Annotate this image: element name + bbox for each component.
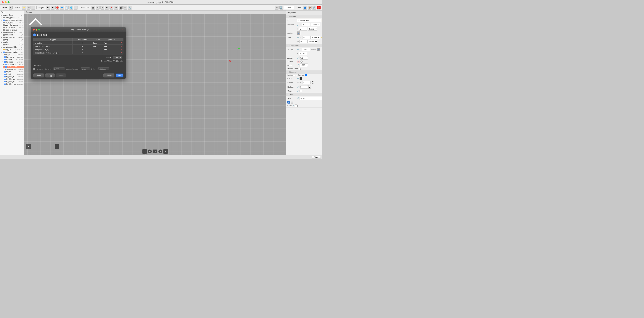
add-row-button[interactable]: + <box>122 56 124 59</box>
logic-row-2[interactable]: Mouse Over Parent = true And ✕ <box>34 45 124 48</box>
anchor-grid[interactable] <box>297 32 300 35</box>
basic-tool-2[interactable]: ▭ <box>26 6 30 10</box>
position-x-input[interactable] <box>302 23 310 26</box>
adv-tool-8[interactable]: — <box>123 6 127 10</box>
tree-item-image-hs[interactable]: image_hs_popup_fullscreen ◆0,–40 <box>0 24 24 26</box>
paste-button[interactable]: Paste <box>56 74 66 78</box>
tree-item-ht-image-container[interactable]: ▼ ht_image_container ◆0,–8 <box>2 66 24 68</box>
close-button[interactable] <box>2 1 4 3</box>
tree-item-info[interactable]: ▶ info ↗16,72 <box>0 41 24 44</box>
fit-button[interactable]: ⊕ <box>153 149 158 153</box>
center-anchor-grid[interactable] <box>317 48 320 51</box>
nav-left-button[interactable]: « <box>26 144 31 149</box>
canvas-scroll-down[interactable]: ↓ <box>54 144 59 149</box>
zoom-level[interactable]: 100% <box>284 6 294 9</box>
border-down-button[interactable]: ▼ <box>311 83 314 84</box>
tree-item-ht-node-google[interactable]: ht_node_google ↘100,220 <box>1 56 24 58</box>
undo-button[interactable]: ↩ <box>275 6 279 10</box>
delete-row-1[interactable]: ✕ <box>119 41 124 45</box>
background-enabled-checkbox[interactable] <box>305 74 307 76</box>
basic-tool-1[interactable]: 📁 <box>22 6 26 10</box>
delete-row-3[interactable]: ✕ <box>119 48 124 51</box>
images-tool-3[interactable]: 🔴 <box>56 6 59 10</box>
adv-tool-2[interactable]: ⊞ <box>96 6 100 10</box>
transition-easing-input[interactable] <box>81 68 90 70</box>
border-color-picker[interactable] <box>300 90 302 92</box>
images-tool-4[interactable]: 🔷 <box>60 6 64 10</box>
pixels-select-x[interactable]: Pixels <box>311 23 320 26</box>
images-tool-5[interactable]: 📄 <box>64 6 68 10</box>
images-tool-6[interactable]: 🌐 <box>69 6 73 10</box>
tree-item-container-controls[interactable]: ▼ container_controls ↘0,0 <box>0 51 24 53</box>
adv-tool-1[interactable]: ▦ <box>91 6 95 10</box>
adv-tool-9[interactable]: 🔧 <box>128 6 132 10</box>
tree-item-ht-node[interactable]: ht_node ↘1023,197 <box>1 58 24 61</box>
radius-down-button[interactable]: ▼ <box>308 87 311 89</box>
adv-tool-3[interactable]: ⊕ <box>100 6 104 10</box>
basic-tool-3[interactable]: T <box>31 6 35 10</box>
visible-checkbox[interactable] <box>300 61 302 63</box>
radius-stepper[interactable]: ▲ ▼ <box>308 85 311 89</box>
hand-cursor-checkbox[interactable] <box>299 68 301 70</box>
pixels-select-y[interactable]: Pixels <box>308 27 317 31</box>
nav-next-button[interactable]: » <box>163 149 168 154</box>
tree-item-pdf-hs[interactable]: pdf_hs_popup ◆0,–40 <box>0 26 24 29</box>
tree-item-image-hs-popup[interactable]: ▶ image_hs_popup ↑0,–330 <box>4 68 24 71</box>
position-section-title[interactable]: ▼ Position <box>286 15 322 18</box>
zoom-out-button[interactable]: − <box>148 149 152 153</box>
delete-button[interactable]: Delete <box>33 74 44 78</box>
tree-item-ht-video-youtube[interactable]: ht_video_youtube ↘514,186 <box>1 83 24 85</box>
tools-4[interactable]: 🔴 <box>317 6 321 10</box>
text-align-button[interactable]: ☰ <box>291 101 293 104</box>
adv-tool-4[interactable]: ✦ <box>105 6 109 10</box>
scale-y-input[interactable] <box>299 52 308 55</box>
tree-item-thumbs-full[interactable]: ▶ thumbnails_fullscreen ↗0,–18 <box>0 31 24 34</box>
radius-input[interactable] <box>300 85 308 89</box>
id-input[interactable] <box>297 19 321 22</box>
tools-1[interactable]: 👤 <box>303 6 307 10</box>
delete-row-2[interactable]: ✕ <box>119 45 124 48</box>
cancel-button[interactable]: Cancel <box>103 74 114 78</box>
statusbar-close-button[interactable]: Close <box>312 156 321 159</box>
text-input[interactable] <box>300 97 322 100</box>
tree-item-ht-video-file[interactable]: ht_video_file ↘734,186 <box>1 76 24 78</box>
images-tool-1[interactable]: 🖼 <box>46 6 50 10</box>
transition-delay-input[interactable] <box>98 68 109 70</box>
pixels-select-w[interactable]: Pixels <box>311 36 320 39</box>
zoom-in-button[interactable]: + <box>158 149 162 153</box>
border-stepper[interactable]: ▲ ▼ <box>311 81 314 84</box>
position-y-input[interactable] <box>299 27 308 31</box>
tree-item-ht-video-url[interactable]: ht_video_url ↘734,186 <box>1 78 24 80</box>
tree-item-ht-info[interactable]: ht_info ↘84,186 <box>1 71 24 73</box>
tree-item-share[interactable]: ▶ share ↗16,72 <box>0 44 24 46</box>
dialog-window-controls[interactable] <box>33 29 40 31</box>
select-tool[interactable]: ↖ <box>9 6 12 10</box>
tools-3[interactable]: 🔗 <box>312 6 316 10</box>
radius-up-button[interactable]: ▲ <box>308 85 311 87</box>
tree-item-video-hs[interactable]: video_hs_popup ◆0,–40 <box>0 29 24 31</box>
transition-duration-input[interactable] <box>53 68 65 70</box>
height-input[interactable] <box>299 40 308 43</box>
tools-2[interactable]: 📦 <box>308 6 312 10</box>
delete-row-4[interactable]: ✕ <box>119 51 124 55</box>
visible-logic-icon[interactable]: 🔗 <box>297 61 300 63</box>
dialog-minimize-button[interactable] <box>36 29 38 31</box>
width-input[interactable] <box>302 36 310 39</box>
images-tool-7[interactable]: ↗ <box>74 6 78 10</box>
adv-tool-5[interactable]: 📌 <box>110 6 114 10</box>
tree-item-sounds[interactable]: ▶ sounds_splashscreen ◆0,0 <box>0 19 24 21</box>
transition-enabled-checkbox[interactable] <box>33 68 36 70</box>
tree-item-map[interactable]: ▶ map ↗16,72 <box>0 39 24 41</box>
tree-item-map-pin[interactable]: map_pin ◆–272,–358 <box>0 48 24 51</box>
tree-item-ht-pdf[interactable]: ht_pdf ↘294,186 <box>1 73 24 76</box>
tree-item-thumbs[interactable]: ▶ thumbnails ↗16,72 <box>0 34 24 36</box>
tree-item-ht-image[interactable]: ▼ ht_image ↘404,186 <box>1 61 24 63</box>
text-format-button[interactable]: A <box>288 101 290 104</box>
dialog-maximize-button[interactable] <box>38 29 40 31</box>
tree-item-ht-image-container-close[interactable]: ▶ ht_image_container_close ◆0,–8 <box>2 63 24 66</box>
logic-row-4[interactable]: hotspot custom image url: $(... = ✕ <box>34 51 124 55</box>
images-tool-2[interactable]: ▶ <box>51 6 55 10</box>
window-controls[interactable] <box>2 1 10 3</box>
text-color-picker[interactable] <box>295 105 298 107</box>
tree-item-ht-url[interactable]: ht_url ↘184,186 <box>1 53 24 56</box>
